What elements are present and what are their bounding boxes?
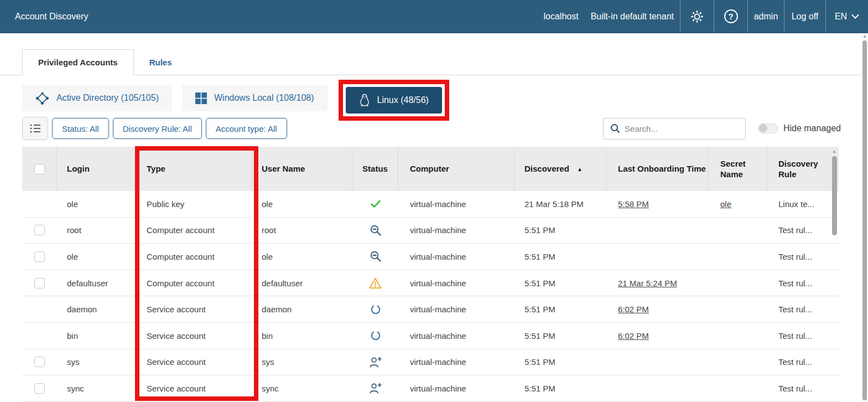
scroll-up-icon[interactable]: ▲: [832, 149, 836, 154]
discovery-rule-cell: Test rul...: [767, 349, 831, 375]
user-name-cell: sync: [252, 375, 352, 401]
column-header-login[interactable]: Login: [57, 147, 137, 191]
column-header-type[interactable]: Type: [137, 147, 252, 191]
status-filter-button[interactable]: Status: All: [52, 118, 109, 139]
page-scroll-up-icon[interactable]: ▲: [862, 34, 867, 39]
table-scrollbar[interactable]: ▲: [831, 147, 839, 402]
computer-cell: virtual-machine: [398, 218, 514, 244]
add-user-icon: [369, 356, 382, 368]
type-cell: Computer account: [137, 218, 252, 244]
column-header-discovery-rule[interactable]: Discovery Rule: [767, 147, 831, 191]
column-header-status[interactable]: Status: [352, 147, 398, 191]
status-cell: [352, 323, 398, 349]
search-box: [603, 118, 746, 140]
active-directory-label: Active Directory (105/105): [56, 93, 159, 103]
accounts-table: Login Type User Name Status Computer Dis…: [22, 147, 839, 402]
column-header-computer[interactable]: Computer: [398, 147, 514, 191]
gear-icon: [690, 9, 704, 24]
user-name-cell: daemon: [252, 296, 352, 322]
table-scrollbar-thumb[interactable]: [832, 156, 837, 235]
type-cell: Service account: [137, 375, 252, 401]
secret-name-cell: [708, 244, 767, 270]
column-header-last-onboarding-time[interactable]: Last Onboarding Time: [606, 147, 708, 191]
discovery-rule-cell: Test rul...: [767, 218, 831, 244]
type-cell: Computer account: [137, 270, 252, 296]
status-cell: [352, 191, 398, 217]
row-checkbox[interactable]: [34, 383, 45, 394]
tab-bar: Privileged Accounts Rules: [0, 49, 868, 75]
row-select-cell: [22, 375, 57, 401]
type-cell: Computer account: [137, 244, 252, 270]
column-settings-button[interactable]: [22, 117, 48, 140]
status-cell: [352, 270, 398, 296]
status-cell: [352, 375, 398, 401]
user-name-cell: defaultuser: [252, 270, 352, 296]
table-row[interactable]: daemon Service account daemon virtual-ma…: [22, 296, 839, 323]
row-select-cell: [22, 244, 57, 270]
page-scrollbar-thumb[interactable]: [862, 40, 867, 400]
row-checkbox[interactable]: [34, 251, 45, 262]
table-row[interactable]: ole Public key ole virtual-machine 21 Ma…: [22, 191, 839, 218]
last-onboarding-cell: [606, 349, 708, 375]
progress-icon: [370, 304, 381, 315]
login-cell: daemon: [57, 296, 137, 322]
help-button[interactable]: ?: [714, 0, 747, 33]
discovery-rule-cell: Linux te...: [767, 191, 831, 217]
table-row[interactable]: sys Service account sys virtual-machine …: [22, 349, 839, 376]
secret-name-cell: [708, 296, 767, 322]
type-cell: Service account: [137, 323, 252, 349]
user-name-cell: bin: [252, 323, 352, 349]
computer-cell: virtual-machine: [398, 244, 514, 270]
settings-button[interactable]: [680, 0, 714, 33]
discovery-rule-filter-button[interactable]: Discovery Rule: All: [113, 118, 202, 139]
login-cell: sys: [57, 349, 137, 375]
tenant-label: Built-in default tenant: [585, 0, 680, 33]
secret-name-cell: [708, 349, 767, 375]
user-menu[interactable]: admin: [747, 0, 784, 33]
add-user-icon: [369, 382, 382, 394]
login-cell: root: [57, 218, 137, 244]
progress-icon: [370, 330, 381, 341]
active-directory-button[interactable]: Active Directory (105/105): [22, 85, 172, 111]
windows-local-button[interactable]: Windows Local (108/108): [182, 85, 328, 111]
last-onboarding-cell: 5:58 PM: [606, 191, 708, 217]
search-input[interactable]: [625, 124, 739, 133]
language-selector[interactable]: EN: [825, 0, 868, 33]
table-header-row: Login Type User Name Status Computer Dis…: [22, 147, 839, 191]
select-all-checkbox[interactable]: [34, 164, 45, 174]
linux-button[interactable]: Linux (48/56): [346, 87, 442, 114]
tab-privileged-accounts[interactable]: Privileged Accounts: [22, 49, 134, 75]
column-header-user-name[interactable]: User Name: [252, 147, 352, 191]
discovered-cell: 5:51 PM: [514, 323, 606, 349]
computer-cell: virtual-machine: [398, 323, 514, 349]
table-row[interactable]: ole Computer account ole virtual-machine…: [22, 244, 839, 270]
row-select-cell: [22, 218, 57, 244]
page-scrollbar[interactable]: ▲: [861, 33, 868, 402]
logoff-button[interactable]: Log off: [784, 0, 825, 33]
row-checkbox[interactable]: [34, 278, 45, 288]
column-header-secret-name[interactable]: Secret Name: [708, 147, 767, 191]
table-row[interactable]: root Computer account root virtual-machi…: [22, 218, 839, 244]
filter-row: Status: All Discovery Rule: All Account …: [22, 117, 841, 140]
column-header-discovered[interactable]: Discovered ▲: [514, 147, 606, 191]
login-cell: ole: [57, 191, 137, 217]
table-body: ole Public key ole virtual-machine 21 Ma…: [22, 191, 839, 402]
hide-managed-toggle[interactable]: [758, 123, 778, 133]
table-row[interactable]: defaultuser Computer account defaultuser…: [22, 270, 839, 297]
account-type-filter-button[interactable]: Account type: All: [206, 118, 287, 139]
type-cell: Public key: [137, 191, 252, 217]
search-icon: [610, 123, 620, 133]
tab-rules[interactable]: Rules: [134, 49, 188, 75]
user-name-cell: sys: [252, 349, 352, 375]
row-checkbox[interactable]: [34, 225, 45, 235]
discovered-cell: 5:51 PM: [514, 244, 606, 270]
linux-label: Linux (48/56): [377, 95, 429, 105]
discovered-cell: 5:51 PM: [514, 296, 606, 322]
login-cell: defaultuser: [57, 270, 137, 296]
status-cell: [352, 218, 398, 244]
row-checkbox[interactable]: [34, 357, 45, 367]
table-row[interactable]: bin Service account bin virtual-machine …: [22, 323, 839, 349]
discovery-rule-cell: Test rul...: [767, 323, 831, 349]
table-row[interactable]: sync Service account sync virtual-machin…: [22, 375, 839, 402]
discovery-rule-cell: Test rul...: [767, 296, 831, 322]
